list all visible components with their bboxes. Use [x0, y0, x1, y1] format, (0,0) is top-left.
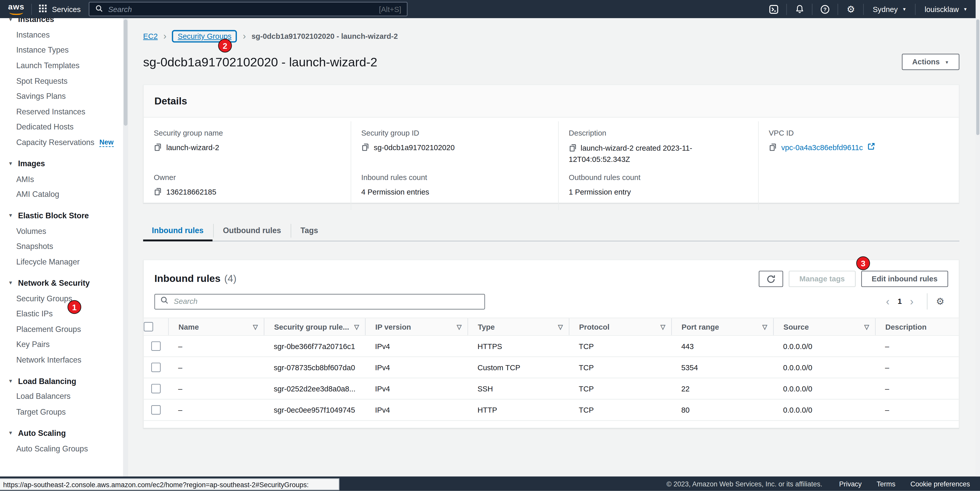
column-header-description[interactable]: Description [875, 318, 959, 335]
table-cell: sgr-078735cb8bf607da0 [264, 357, 365, 378]
sidebar-item-lifecycle-manager[interactable]: Lifecycle Manager [0, 254, 123, 269]
column-header-name[interactable]: Name▽ [168, 318, 264, 335]
region-selector[interactable]: Sydney ▼ [864, 5, 915, 13]
column-header-port-range[interactable]: Port range▽ [671, 318, 773, 335]
footer-link-privacy[interactable]: Privacy [839, 480, 862, 488]
sidebar-section-header[interactable]: ▼Load Balancing [0, 373, 123, 389]
sidebar-item-capacity-reservations[interactable]: Capacity ReservationsNew [0, 135, 123, 150]
row-checkbox[interactable] [151, 384, 161, 394]
sidebar-item-ami-catalog[interactable]: AMI Catalog [0, 187, 123, 202]
tab-divider [290, 224, 291, 238]
tab-outbound-rules[interactable]: Outbound rules [214, 220, 290, 241]
global-search-input[interactable]: Search [Alt+S] [89, 2, 407, 16]
refresh-button[interactable] [759, 271, 783, 287]
copy-icon[interactable] [569, 144, 577, 152]
actions-button[interactable]: Actions ▼ [902, 54, 959, 70]
copy-icon[interactable] [154, 188, 162, 198]
column-header-type[interactable]: Type▽ [468, 318, 569, 335]
sidebar-item-placement-groups[interactable]: Placement Groups [0, 322, 123, 337]
sidebar-scrollbar[interactable] [123, 18, 128, 477]
chevron-right-icon: › [243, 32, 246, 40]
copy-icon[interactable] [154, 143, 162, 154]
sidebar-item-dedicated-hosts[interactable]: Dedicated Hosts [0, 120, 123, 135]
sidebar-item-snapshots[interactable]: Snapshots [0, 239, 123, 254]
page-scrollbar-thumb[interactable] [976, 19, 979, 135]
sidebar-item-load-balancers[interactable]: Load Balancers [0, 389, 123, 405]
notifications-button[interactable] [787, 0, 812, 18]
footer-link-terms[interactable]: Terms [877, 480, 895, 488]
external-link-icon[interactable] [867, 142, 875, 152]
sidebar-item-amis[interactable]: AMIs [0, 172, 123, 187]
sidebar-item-spot-requests[interactable]: Spot Requests [0, 73, 123, 89]
sidebar-item-savings-plans[interactable]: Savings Plans [0, 89, 123, 104]
table-cell: – [875, 357, 959, 378]
new-badge: New [100, 138, 114, 147]
chevron-down-icon: ▼ [945, 60, 949, 64]
sidebar-section-header[interactable]: ▼Network & Security [0, 275, 123, 291]
table-cell: – [875, 335, 959, 357]
table-row: –sgr-0252d2ee3d8a0a8...IPv4SSHTCP220.0.0… [144, 378, 959, 399]
rules-search-input[interactable]: Search [154, 293, 485, 309]
filter-icon[interactable]: ▽ [457, 323, 462, 330]
column-header-protocol[interactable]: Protocol▽ [569, 318, 671, 335]
copy-icon[interactable] [361, 143, 369, 154]
table-preferences-gear-icon[interactable]: ⚙ [932, 296, 948, 307]
sidebar-scrollbar-thumb[interactable] [124, 19, 127, 126]
table-cell: 5354 [671, 357, 773, 378]
page-scrollbar[interactable] [976, 0, 980, 477]
sidebar-item-instance-types[interactable]: Instance Types [0, 43, 123, 58]
select-all-checkbox[interactable] [144, 322, 153, 332]
column-header-source[interactable]: Source▽ [773, 318, 875, 335]
sidebar-item-reserved-instances[interactable]: Reserved Instances [0, 104, 123, 120]
tab-inbound-rules[interactable]: Inbound rules [143, 220, 212, 241]
detail-tabs: Inbound rules Outbound rules Tags [143, 220, 959, 241]
row-checkbox[interactable] [151, 405, 161, 414]
sidebar-item-network-interfaces[interactable]: Network Interfaces [0, 352, 123, 368]
filter-icon[interactable]: ▽ [864, 323, 869, 330]
sidebar-item-elastic-ips[interactable]: Elastic IPs [0, 306, 123, 322]
previous-page-button[interactable]: ‹ [879, 296, 897, 307]
account-menu[interactable]: louiscklaw ▼ [916, 5, 977, 13]
sidebar-section-header[interactable]: ▼Images [0, 156, 123, 171]
sidebar-section-header[interactable]: ▼Auto Scaling [0, 426, 123, 441]
settings-button[interactable]: ⚙ [838, 0, 863, 18]
edit-inbound-rules-button[interactable]: Edit inbound rules [861, 271, 948, 287]
tab-tags[interactable]: Tags [292, 220, 327, 241]
sidebar-nav: ▼InstancesInstancesInstance TypesLaunch … [0, 18, 123, 456]
sidebar-item-instances[interactable]: Instances [0, 27, 123, 43]
vpc-link[interactable]: vpc-0a4a3c86ebfd9611c [781, 142, 863, 152]
pagination-divider [927, 293, 927, 310]
services-menu-button[interactable]: Services [39, 4, 81, 14]
filter-icon[interactable]: ▽ [762, 323, 767, 330]
bell-icon [795, 4, 804, 14]
column-header-ip-version[interactable]: IP version▽ [365, 318, 468, 335]
sidebar-item-security-groups[interactable]: Security Groups [0, 291, 123, 306]
filter-icon[interactable]: ▽ [660, 323, 665, 330]
services-label: Services [52, 5, 81, 13]
sidebar-item-auto-scaling-groups[interactable]: Auto Scaling Groups [0, 441, 123, 456]
filter-icon[interactable]: ▽ [354, 323, 359, 330]
sidebar-item-target-groups[interactable]: Target Groups [0, 405, 123, 420]
aws-logo[interactable]: aws [8, 3, 24, 15]
next-page-button[interactable]: › [903, 296, 920, 307]
sidebar-section-header[interactable]: ▼Instances [0, 18, 123, 27]
cloudshell-button[interactable] [762, 0, 787, 18]
sidebar-item-key-pairs[interactable]: Key Pairs [0, 337, 123, 352]
ec2-sidebar: ▼InstancesInstancesInstance TypesLaunch … [0, 18, 123, 477]
breadcrumb-ec2-link[interactable]: EC2 [143, 32, 158, 41]
row-checkbox[interactable] [151, 363, 161, 372]
sidebar-section-header[interactable]: ▼Elastic Block Store [0, 208, 123, 223]
column-header-rule-id[interactable]: Security group rule...▽ [264, 318, 365, 335]
copy-icon[interactable] [769, 143, 777, 154]
footer-link-cookie-preferences[interactable]: Cookie preferences [910, 480, 970, 488]
table-cell: TCP [569, 378, 671, 399]
manage-tags-button[interactable]: Manage tags [789, 271, 856, 287]
sidebar-item-volumes[interactable]: Volumes [0, 223, 123, 239]
inbound-rules-table: Name▽ Security group rule...▽ IP version… [144, 318, 959, 421]
copyright-text: © 2023, Amazon Web Services, Inc. or its… [667, 480, 822, 488]
sidebar-item-launch-templates[interactable]: Launch Templates [0, 58, 123, 73]
filter-icon[interactable]: ▽ [253, 323, 258, 330]
row-checkbox[interactable] [151, 342, 161, 351]
filter-icon[interactable]: ▽ [558, 323, 563, 330]
help-button[interactable]: ? [813, 0, 838, 18]
